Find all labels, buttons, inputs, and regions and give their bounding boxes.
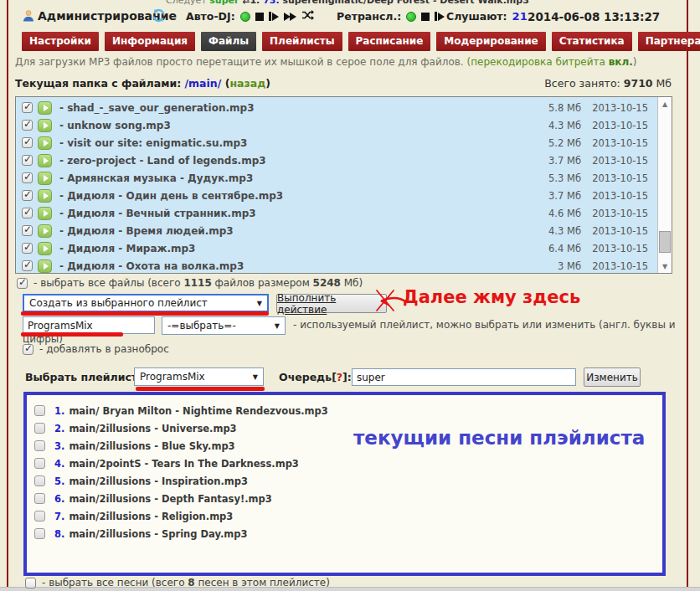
file-row: - Дидюля - Мираж.mp36.4 Мб2013-10-15 — [16, 239, 672, 257]
playlist-select-value: ProgramsMix — [140, 371, 205, 383]
file-checkbox[interactable] — [22, 225, 33, 236]
autodj-ffwd-icon[interactable] — [284, 13, 296, 21]
folder-path-link[interactable]: /main/ — [185, 77, 225, 90]
tab-statistics[interactable]: Статистика — [552, 32, 632, 51]
tab-moderation[interactable]: Модерирование — [436, 32, 545, 51]
file-row: - Армянская музыка - Дудук.mp35.3 Мб2013… — [16, 169, 672, 187]
scroll-down-icon[interactable]: ▼ — [658, 260, 672, 273]
choose-playlist-select[interactable]: -=выбрать=- ▼ — [162, 316, 286, 335]
play-icon[interactable] — [38, 101, 52, 115]
file-name: - Армянская музыка - Дудук.mp3 — [59, 172, 533, 184]
song-checkbox[interactable] — [34, 528, 45, 539]
song-number: 3. — [54, 440, 64, 452]
relay-stop-icon[interactable] — [421, 13, 430, 21]
file-list: - shad_-_save_our_generation.mp35.8 Мб20… — [15, 96, 672, 274]
play-icon[interactable] — [38, 136, 52, 150]
file-date: 2013-10-15 — [581, 120, 648, 131]
autodj-label: Авто-DJ: — [186, 10, 235, 23]
disk-usage: Всего занято: 9710 Мб — [544, 77, 672, 90]
select-all-files-checkbox[interactable] — [17, 278, 28, 289]
file-name: - zero-project - Land of legends.mp3 — [59, 155, 533, 167]
autodj-shuffle-icon[interactable] — [301, 10, 314, 23]
playlist-box: 1.main/ Bryan Milton - Nightime Rendezvo… — [23, 392, 666, 576]
file-checkbox[interactable] — [22, 137, 33, 148]
playlist-select[interactable]: ProgramsMix ▼ — [134, 367, 264, 386]
file-checkbox[interactable] — [22, 190, 33, 201]
tab-partners[interactable]: Партнерам — [638, 32, 700, 51]
song-checkbox[interactable] — [34, 475, 45, 486]
autodj-status-icon — [240, 12, 250, 22]
select-all-files-row: - выбрать все файлы (всего 1115 файлов р… — [17, 277, 363, 289]
tab-schedule[interactable]: Расписание — [348, 32, 431, 51]
play-icon[interactable] — [38, 242, 52, 255]
file-checkbox[interactable] — [22, 260, 33, 271]
file-size: 4.3 Мб — [533, 225, 581, 237]
annotation-underline-playlist-select — [136, 387, 265, 391]
scrollbar-thumb[interactable] — [659, 231, 671, 253]
chevron-down-icon: ▼ — [275, 322, 280, 330]
file-size: 3.7 Мб — [533, 155, 581, 167]
action-select[interactable]: Создать из выбранного плейлист ▼ — [23, 294, 269, 312]
file-row: - Дидюля - Время людей.mp34.3 Мб2013-10-… — [16, 222, 672, 239]
recode-link[interactable]: перекодировка битрейта — [471, 56, 609, 68]
tab-playlists[interactable]: Плейлисты — [262, 32, 342, 51]
playlist-hint-line1: - используемый плейлист, можно выбрать и… — [293, 319, 675, 331]
annotation-underline-playlist-input — [21, 332, 123, 337]
playlist-annotation: текущии песни плэйлиста — [353, 427, 645, 449]
autodj-stop-icon[interactable] — [255, 13, 264, 21]
file-size: 3.7 Мб — [533, 190, 581, 202]
tab-files[interactable]: Файлы — [201, 32, 256, 51]
paren: ) — [633, 56, 637, 68]
tab-settings[interactable]: Настройки — [22, 32, 99, 51]
select-all-files-label: - выбрать все файлы (всего 1115 файлов р… — [33, 277, 363, 289]
select-all-songs-row: - выбрать все песни (всего 8 песен в это… — [25, 577, 330, 588]
play-icon[interactable] — [38, 260, 52, 273]
song-checkbox[interactable] — [34, 405, 45, 416]
page-right-border — [687, 0, 688, 587]
song-checkbox[interactable] — [34, 511, 45, 522]
file-size: 4.3 Мб — [533, 120, 581, 131]
play-icon[interactable] — [38, 224, 52, 238]
song-name: main/2illusions - Spring Day.mp3 — [69, 528, 247, 540]
file-checkbox[interactable] — [22, 208, 33, 218]
autodj-next-icon[interactable] — [269, 12, 279, 21]
file-checkbox[interactable] — [22, 155, 33, 166]
play-icon[interactable] — [38, 154, 52, 167]
file-name: - Дидюля - Вечный странник.mp3 — [59, 208, 533, 219]
file-rows: - shad_-_save_our_generation.mp35.8 Мб20… — [16, 99, 672, 275]
file-checkbox[interactable] — [22, 172, 33, 183]
queue-input[interactable] — [352, 368, 576, 386]
play-icon[interactable] — [38, 172, 52, 185]
song-row: 5.main/2illusions - Inspiration.mp3 — [34, 472, 662, 490]
relay-next-icon[interactable] — [435, 12, 445, 21]
next-label: Следует — [166, 0, 209, 6]
refresh-icon[interactable] — [152, 8, 166, 25]
song-row: 1.main/ Bryan Milton - Nightime Rendezvo… — [34, 402, 662, 419]
tab-information[interactable]: Информация — [105, 32, 195, 51]
select-all-songs-checkbox[interactable] — [25, 578, 36, 588]
song-name: main/2illusions - Blue Sky.mp3 — [69, 440, 234, 452]
file-checkbox[interactable] — [22, 120, 33, 131]
song-checkbox[interactable] — [34, 440, 45, 451]
playlist-name-input[interactable] — [23, 316, 155, 334]
file-checkbox[interactable] — [22, 243, 33, 254]
disk-usage-value: 9710 — [624, 77, 653, 90]
file-size: 5.2 Мб — [533, 137, 581, 149]
song-checkbox[interactable] — [34, 423, 45, 434]
play-icon[interactable] — [38, 189, 52, 203]
file-date: 2013-10-15 — [581, 190, 648, 202]
play-icon[interactable] — [38, 119, 52, 132]
file-list-scrollbar[interactable]: ▲ ▼ — [657, 97, 672, 273]
play-icon[interactable] — [38, 207, 52, 220]
file-date: 2013-10-15 — [581, 137, 648, 149]
playlist-select-label: Выбрать плейлист: — [25, 371, 142, 383]
song-row: 8.main/2illusions - Spring Day.mp3 — [34, 525, 662, 542]
file-checkbox[interactable] — [22, 102, 33, 113]
song-checkbox[interactable] — [34, 458, 45, 469]
change-queue-button[interactable]: Изменить — [584, 367, 641, 387]
song-checkbox[interactable] — [34, 493, 45, 504]
scroll-up-icon[interactable]: ▲ — [658, 97, 672, 110]
file-size: 5.3 Мб — [533, 172, 581, 184]
back-link[interactable]: назад — [229, 77, 265, 90]
random-add-checkbox[interactable] — [23, 344, 33, 355]
